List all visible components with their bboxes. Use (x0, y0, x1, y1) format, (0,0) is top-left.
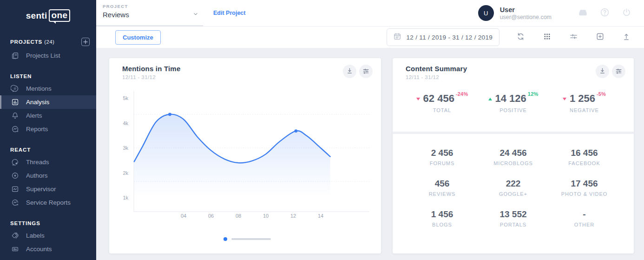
add-widget-button[interactable] (594, 32, 605, 43)
plus-box-icon (595, 32, 605, 43)
svg-text:14: 14 (318, 213, 323, 219)
stat-portals: 13 552PORTALS (478, 209, 549, 227)
refresh-button[interactable] (515, 32, 526, 43)
svg-text:12: 12 (290, 213, 296, 219)
sidebar-item-accounts[interactable]: Accounts (0, 242, 96, 256)
mentions-in-time-card: Mentions in Time 12/11 - 31/12 (109, 58, 381, 253)
project-select-label: PROJECT (103, 4, 198, 9)
kpi-delta: -24% (456, 91, 468, 97)
user-menu[interactable]: U User user@sentione.com (478, 0, 552, 26)
export-button[interactable] (621, 32, 632, 43)
kpi-positive: 14 12612% POSITIVE (478, 91, 549, 113)
kpi-total: 62 456-24% TOTAL (407, 91, 478, 113)
refresh-icon (516, 32, 526, 43)
power-button[interactable] (621, 7, 632, 19)
pager-dot[interactable] (223, 237, 227, 241)
date-range-value: 12 / 11 / 2019 - 31 / 12 / 2019 (407, 34, 493, 41)
stat-blogs: 1 456BLOGS (407, 209, 478, 227)
svg-text:1k: 1k (123, 195, 128, 200)
stat-photo-video: 17 456PHOTO & VIDEO (549, 179, 620, 197)
power-icon (621, 7, 632, 19)
sidebar-item-label: Supervisor (26, 186, 56, 193)
trend-down-icon (416, 98, 420, 100)
sidebar-item-labels[interactable]: Labels (0, 229, 96, 242)
edit-project-link[interactable]: Edit Project (213, 10, 245, 16)
service-reports-icon (10, 198, 20, 207)
help-button[interactable] (599, 7, 610, 19)
kpi-label: POSITIVE (478, 107, 549, 113)
svg-text:04: 04 (181, 213, 186, 219)
users-icon (10, 258, 20, 260)
svg-text:4k: 4k (123, 120, 128, 126)
labels-icon (10, 231, 20, 240)
inbox-icon (578, 7, 588, 19)
card-subtitle: 12/11 - 31/12 (406, 74, 467, 80)
chart-settings-button[interactable] (359, 65, 373, 78)
chart-pager (223, 237, 271, 241)
inbox-button[interactable] (577, 7, 588, 19)
pager-track[interactable] (231, 238, 271, 240)
download-chart-button[interactable] (343, 65, 356, 78)
stat-facebook: 16 456FACEBOOK (549, 148, 620, 166)
logo-text: senti (26, 11, 47, 21)
svg-text:5k: 5k (123, 95, 128, 101)
sidebar-item-service-reports[interactable]: Service Reports (0, 196, 96, 209)
sidebar-item-label: Mentions (26, 85, 52, 92)
download-icon (598, 67, 606, 76)
content-summary-card: Content Summary 12/11 - 31/12 62 456-24%… (393, 58, 634, 253)
user-email: user@sentione.com (500, 14, 552, 20)
card-subtitle: 12/11 - 31/12 (122, 74, 180, 80)
grid-icon (543, 32, 552, 42)
svg-text:10: 10 (263, 213, 269, 219)
avatar: U (478, 5, 494, 21)
sidebar: sentione PROJECTS (24) Projects List LIS… (0, 0, 96, 260)
project-select-value: Reviews (103, 11, 129, 19)
svg-text:2k: 2k (123, 170, 128, 176)
mentions-line-chart[interactable]: 1k2k3k4k5k040608101214 (109, 88, 381, 228)
stat-reviews: 456REVIEWS (407, 179, 478, 197)
svg-text:3k: 3k (123, 145, 128, 151)
customize-button[interactable]: Customize (115, 30, 161, 45)
summary-settings-button[interactable] (612, 65, 625, 78)
sliders-icon (362, 67, 370, 76)
sidebar-item-authors[interactable]: Authors (0, 169, 96, 182)
projects-count: (24) (44, 39, 54, 45)
top-bar: PROJECT Reviews Edit Project U User user… (96, 0, 644, 27)
plus-icon (83, 39, 88, 46)
kpi-delta: -5% (597, 91, 606, 97)
stat-forums: 2 456FORUMS (407, 148, 478, 166)
supervisor-icon (10, 185, 20, 194)
export-icon (622, 32, 631, 43)
reports-icon (10, 125, 20, 134)
mentions-icon (10, 84, 20, 93)
filters-button[interactable] (568, 32, 579, 43)
sidebar-item-threads[interactable]: Threads (0, 155, 96, 169)
sidebar-item-projects-list[interactable]: Projects List (0, 49, 96, 62)
calendar-icon (393, 32, 402, 43)
sidebar-item-analysis[interactable]: Analysis (0, 95, 96, 109)
sidebar-item-label: Reports (26, 126, 48, 133)
kpi-label: NEGATIVE (549, 107, 620, 113)
card-title: Mentions in Time (122, 65, 180, 73)
sidebar-item-supervisor[interactable]: Supervisor (0, 182, 96, 196)
add-project-button[interactable] (81, 38, 90, 46)
trend-down-icon (563, 98, 566, 100)
sidebar-item-users[interactable]: Users (0, 256, 96, 260)
sidebar-item-label: Service Reports (26, 199, 71, 206)
sidebar-item-reports[interactable]: Reports (0, 122, 96, 136)
chevron-down-icon (193, 10, 198, 19)
help-icon (599, 7, 610, 19)
date-range-picker[interactable]: 12 / 11 / 2019 - 31 / 12 / 2019 (387, 28, 499, 46)
user-name: User (500, 6, 552, 13)
sidebar-item-label: Alerts (26, 112, 42, 119)
sliders-icon (615, 67, 623, 76)
svg-text:08: 08 (236, 213, 241, 219)
kpi-negative: 1 256-5% NEGATIVE (549, 91, 620, 113)
widgets-button[interactable] (541, 32, 552, 43)
project-select[interactable]: PROJECT Reviews (96, 0, 203, 26)
section-settings-title: SETTINGS (10, 220, 40, 226)
alerts-icon (10, 111, 20, 120)
sidebar-item-alerts[interactable]: Alerts (0, 109, 96, 122)
sidebar-item-mentions[interactable]: Mentions (0, 82, 96, 95)
download-summary-button[interactable] (596, 65, 609, 78)
